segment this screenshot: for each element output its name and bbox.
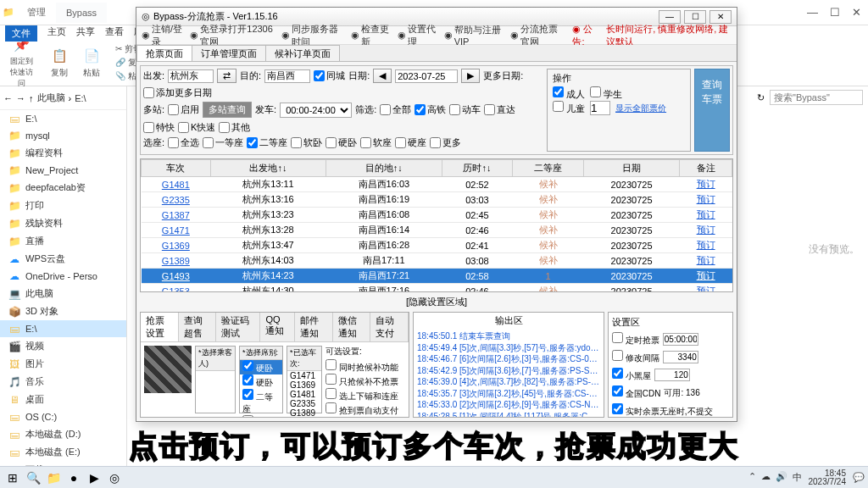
up-icon[interactable]: ↑ [29,93,34,103]
lower-tab[interactable]: 自动支付 [370,313,409,341]
col-header[interactable]: 车次 [142,160,211,177]
train-sel-item[interactable]: G2335 [287,399,321,408]
titlebar-tab[interactable]: Bypass [56,3,107,23]
forward-icon[interactable]: → [16,93,25,103]
maximize-icon[interactable]: ☐ [830,6,840,19]
option-checkbox[interactable]: 只抢候补不抢票 [326,374,405,388]
train-sel-item[interactable]: G1471 [287,371,321,380]
train-sel-item[interactable]: G1369 [287,380,321,390]
book-link[interactable]: 预订 [697,209,715,219]
timed-input[interactable] [663,333,698,346]
train-row[interactable]: G1389杭州东14:03南昌17:1103:08候补20230725预订 [142,253,732,269]
col-header[interactable]: 目的地↑↓ [326,160,442,177]
child-count[interactable] [590,101,610,115]
sidebar-item[interactable]: 📁New_Project [0,162,126,179]
option-checkbox[interactable]: 抢到票自动支付 [326,402,405,417]
lower-tab[interactable]: 邮件通知 [295,313,333,341]
sidebar-item[interactable]: 📁mysql [0,127,126,144]
ribbon-paste[interactable]: 📄 粘贴 [83,47,100,79]
interval-input[interactable] [663,351,698,363]
col-header[interactable]: 二等座 [513,160,584,177]
taskbar-icon[interactable]: 📁 [44,469,63,486]
train-row[interactable]: G1471杭州东13:28南昌西16:1402:46候补20230725预订 [142,223,732,238]
menu-item[interactable]: ◉ 同步服务器时间 [281,23,344,48]
dest-input[interactable] [264,69,310,83]
menu-item[interactable]: ◉ 免登录打开12306官网 [190,23,275,48]
col-header[interactable]: 日期 [583,160,679,177]
sidebar-item[interactable]: 🎵音乐 [0,373,126,391]
notifications-icon[interactable]: 💬 [853,472,865,483]
back-icon[interactable]: ← [3,93,13,103]
lower-tab[interactable]: QQ通知 [260,313,295,341]
col-header[interactable]: 备注 [680,160,732,177]
sidebar-item[interactable]: 🖴E:\ [0,320,126,337]
taskbar-icon[interactable]: ▶ [85,469,103,486]
sidebar-item[interactable]: 📁打印 [0,197,126,214]
train-sel-item[interactable]: G1481 [287,390,321,399]
tray-icon[interactable]: 🔊 [776,471,787,484]
train-row[interactable]: G1369杭州东13:47南昌西16:2802:41候补20230725预订 [142,238,732,253]
sidebar-item[interactable]: 💻此电脑 [0,285,126,302]
date-prev[interactable]: ◀ [373,69,392,83]
sidebar-item[interactable]: ☁OneDrive - Perso [0,268,126,285]
ribbon-copy[interactable]: 📋 复制 [51,47,68,79]
sidebar-item[interactable]: 📁deepfacelab资 [0,179,126,197]
hide-settings-link[interactable]: [隐藏设置区域] [140,296,733,308]
ribbon-tab[interactable]: 查看 [105,25,124,42]
train-row[interactable]: G1481杭州东13:11南昌西16:0302:52候补20230725预订 [142,177,732,192]
show-price-link[interactable]: 显示全部票价 [615,103,666,114]
search-input[interactable] [770,90,863,105]
sidebar-item[interactable]: 🖼图片 [0,355,126,373]
lower-tab[interactable]: 验证码测试 [216,313,260,341]
sidebar-item[interactable]: 🖥桌面 [0,391,126,408]
tray-icon[interactable]: ⌃ [748,471,756,484]
col-header[interactable]: 历时↑↓ [442,160,513,177]
book-link[interactable]: 预订 [697,240,715,250]
time-range-select[interactable]: 00:00-24:00 [280,103,352,118]
seat-item[interactable]: 硬卧 [240,360,282,374]
sidebar-item[interactable]: 🖴本地磁盘 (E:) [0,443,126,461]
seat-item[interactable]: 二等座 [240,389,282,415]
taskbar-icon[interactable]: ◎ [105,469,124,486]
sidebar-item[interactable]: 📁编程资料 [0,144,126,162]
train-row[interactable]: G2335杭州东13:16南昌西16:1903:03候补20230725预订 [142,192,732,208]
ribbon-pin[interactable]: 📌 固定到快速访问 [7,36,36,89]
main-tab[interactable]: 候补订单页面 [265,45,340,61]
lower-tab[interactable]: 抢票设置 [141,313,179,341]
sidebar-item[interactable]: 📁直播 [0,232,126,250]
ribbon-tab[interactable]: 主页 [47,25,66,42]
seat-item[interactable]: 一等座 [240,415,282,417]
main-tab[interactable]: 抢票页面 [136,45,192,61]
ribbon-tab[interactable]: 文件 [5,25,37,42]
tray-icon[interactable]: 中 [793,471,802,484]
address-bar[interactable]: ← → ↑ 此电脑› E:\ [0,86,126,110]
date-next[interactable]: ▶ [461,69,480,83]
breadcrumb-seg[interactable]: E:\ [75,93,86,103]
menu-item[interactable]: ◉ 分流抢票官网 [510,23,565,48]
menu-item[interactable]: ◉ 检查更新 [351,23,391,48]
taskbar-icon[interactable]: ⊞ [3,469,22,486]
seat-item[interactable]: 硬卧 [240,374,282,389]
sidebar-item[interactable]: 🎬视频 [0,337,126,355]
book-link[interactable]: 预订 [697,179,715,189]
titlebar-tab[interactable]: 管理 [17,1,56,24]
book-link[interactable]: 预订 [697,286,715,292]
lower-tab[interactable]: 查询超售 [179,313,217,341]
taskbar-icon[interactable]: ● [64,469,83,486]
tray-icon[interactable]: ☁ [761,471,771,484]
train-row[interactable]: G1353杭州东14:30南昌西17:1602:46候补20230725预订 [142,284,732,293]
clock[interactable]: 18:452023/7/24 [809,469,847,486]
lower-tab[interactable]: 微信通知 [333,313,371,341]
menu-item[interactable]: ◉ 注销/登录 [142,23,183,48]
sidebar-item[interactable]: 📦3D 对象 [0,302,126,320]
sidebar-item[interactable]: ☁WPS云盘 [0,250,126,268]
ribbon-tab[interactable]: 共享 [76,25,95,42]
sidebar-item[interactable]: 🖴OS (C:) [0,408,126,425]
minimize-icon[interactable]: — [659,10,681,24]
book-link[interactable]: 预订 [697,194,715,204]
book-link[interactable]: 预订 [697,270,715,280]
multi-query-button[interactable]: 多站查询 [203,102,252,118]
train-row[interactable]: G1493杭州东14:23南昌西17:2102:58120230725预订 [142,269,732,284]
close-icon[interactable]: ✕ [852,6,861,19]
col-header[interactable]: 出发地↑↓ [210,160,326,177]
